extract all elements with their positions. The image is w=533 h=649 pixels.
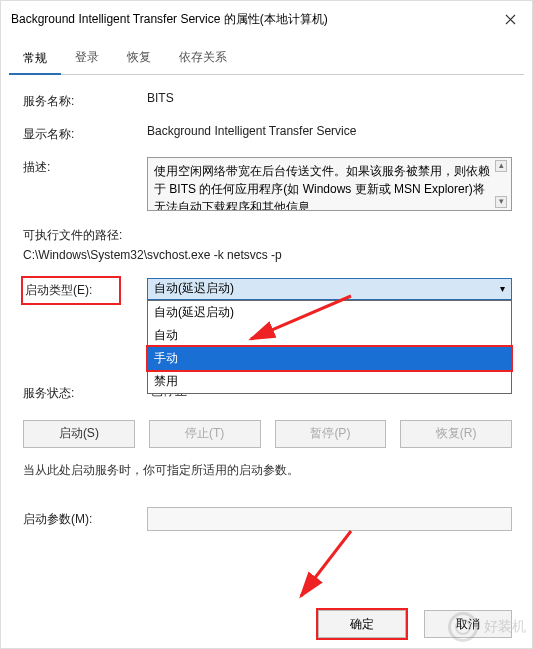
label-startup-type: 启动类型(E): bbox=[23, 278, 119, 303]
close-icon[interactable] bbox=[498, 7, 522, 31]
start-button[interactable]: 启动(S) bbox=[23, 420, 135, 448]
description-textarea[interactable]: 使用空闲网络带宽在后台传送文件。如果该服务被禁用，则依赖于 BITS 的任何应用… bbox=[147, 157, 512, 211]
dropdown-selected-text: 自动(延迟启动) bbox=[154, 280, 234, 297]
tab-bar: 常规 登录 恢复 依存关系 bbox=[9, 43, 524, 75]
label-display-name: 显示名称: bbox=[23, 124, 147, 143]
dropdown-list: 自动(延迟启动) 自动 手动 禁用 bbox=[147, 300, 512, 394]
tab-logon[interactable]: 登录 bbox=[61, 43, 113, 74]
description-scrollbar[interactable]: ▴ ▾ bbox=[495, 160, 509, 208]
ok-button[interactable]: 确定 bbox=[318, 610, 406, 638]
startup-type-dropdown[interactable]: 自动(延迟启动) ▾ bbox=[147, 278, 512, 300]
scroll-up-icon[interactable]: ▴ bbox=[495, 160, 507, 172]
value-display-name: Background Intelligent Transfer Service bbox=[147, 124, 512, 138]
label-description: 描述: bbox=[23, 157, 147, 176]
label-service-status: 服务状态: bbox=[23, 383, 147, 402]
value-service-name: BITS bbox=[147, 91, 512, 105]
dropdown-option-manual[interactable]: 手动 bbox=[148, 347, 511, 370]
chevron-down-icon: ▾ bbox=[500, 283, 505, 294]
label-service-name: 服务名称: bbox=[23, 91, 147, 110]
tab-recovery[interactable]: 恢复 bbox=[113, 43, 165, 74]
resume-button[interactable]: 恢复(R) bbox=[400, 420, 512, 448]
dropdown-option-auto[interactable]: 自动 bbox=[148, 324, 511, 347]
label-start-param: 启动参数(M): bbox=[23, 509, 147, 528]
stop-button[interactable]: 停止(T) bbox=[149, 420, 261, 448]
tab-dependencies[interactable]: 依存关系 bbox=[165, 43, 241, 74]
value-exec-path: C:\Windows\System32\svchost.exe -k netsv… bbox=[23, 245, 512, 265]
startup-note: 当从此处启动服务时，你可指定所适用的启动参数。 bbox=[23, 462, 512, 479]
watermark: 好装机 bbox=[448, 612, 526, 642]
window-title: Background Intelligent Transfer Service … bbox=[11, 11, 328, 28]
start-param-input[interactable] bbox=[147, 507, 512, 531]
label-exec-path: 可执行文件的路径: bbox=[23, 225, 512, 245]
tab-general[interactable]: 常规 bbox=[9, 44, 61, 75]
description-text: 使用空闲网络带宽在后台传送文件。如果该服务被禁用，则依赖于 BITS 的任何应用… bbox=[154, 164, 490, 211]
dropdown-option-disabled[interactable]: 禁用 bbox=[148, 370, 511, 393]
scroll-down-icon[interactable]: ▾ bbox=[495, 196, 507, 208]
dropdown-option-auto-delayed[interactable]: 自动(延迟启动) bbox=[148, 301, 511, 324]
pause-button[interactable]: 暂停(P) bbox=[275, 420, 387, 448]
